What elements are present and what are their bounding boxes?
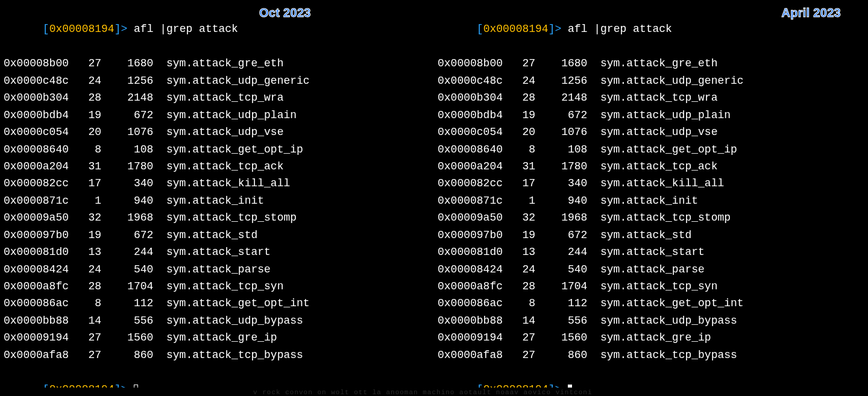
output-row: 0x00009a50321968sym.attack_tcp_stomp: [4, 209, 434, 226]
row-col1: 14: [509, 312, 535, 329]
row-col1: 13: [75, 244, 101, 260]
row-col1: 28: [509, 89, 535, 106]
output-row: 0x0000842424540sym.attack_parse: [4, 261, 434, 278]
row-address: 0x0000b304: [4, 89, 75, 106]
row-col2: 1704: [535, 278, 587, 295]
row-symbol: sym.attack_tcp_bypass: [587, 347, 737, 363]
row-col2: 244: [101, 244, 153, 260]
row-col2: 1076: [101, 124, 153, 140]
row-address: 0x0000afa8: [4, 347, 75, 363]
terminal-split: Oct 2023 [0x00008194]> afl |grep attack …: [0, 0, 868, 396]
row-symbol: sym.attack_tcp_syn: [153, 278, 283, 295]
row-address: 0x0000a8fc: [4, 278, 75, 295]
output-row: 0x0000afa827860sym.attack_tcp_bypass: [438, 347, 868, 363]
row-address: 0x0000bdb4: [438, 107, 509, 124]
prompt-line-idle[interactable]: [0x00008194]>: [4, 363, 434, 396]
row-col2: 1560: [101, 329, 153, 346]
row-col1: 27: [509, 329, 535, 346]
row-col1: 1: [75, 192, 101, 209]
output-row: 0x000086ac8112sym.attack_get_opt_int: [438, 295, 868, 312]
row-col2: 2148: [101, 89, 153, 106]
prompt-open-bracket: [: [43, 23, 49, 35]
row-symbol: sym.attack_udp_plain: [153, 107, 297, 124]
row-symbol: sym.attack_tcp_ack: [587, 158, 717, 175]
terminal-pane-left[interactable]: Oct 2023 [0x00008194]> afl |grep attack …: [0, 0, 434, 396]
row-symbol: sym.attack_get_opt_ip: [587, 141, 737, 158]
row-symbol: sym.attack_get_opt_int: [153, 295, 309, 312]
row-col2: 1704: [101, 278, 153, 295]
cursor-icon: [568, 385, 571, 396]
row-col1: 28: [509, 278, 535, 295]
row-col2: 672: [101, 227, 153, 244]
row-symbol: sym.attack_gre_ip: [587, 329, 711, 346]
row-address: 0x000086ac: [438, 295, 509, 312]
output-rows-right: 0x00008b00271680sym.attack_gre_eth0x0000…: [438, 55, 868, 363]
row-address: 0x00009194: [4, 329, 75, 346]
row-address: 0x00008424: [438, 261, 509, 278]
row-col2: 340: [101, 175, 153, 192]
row-symbol: sym.attack_tcp_wra: [587, 89, 717, 106]
output-row: 0x0000b304282148sym.attack_tcp_wra: [4, 89, 434, 106]
row-symbol: sym.attack_kill_all: [153, 175, 290, 192]
row-symbol: sym.attack_udp_bypass: [587, 312, 737, 329]
row-col1: 17: [509, 175, 535, 192]
row-col1: 27: [509, 55, 535, 72]
row-col2: 672: [535, 227, 587, 244]
prompt-line-idle[interactable]: [0x00008194]>: [438, 363, 868, 396]
row-symbol: sym.attack_gre_eth: [153, 55, 283, 72]
output-row: 0x00009194271560sym.attack_gre_ip: [4, 329, 434, 346]
row-col1: 20: [509, 124, 535, 140]
output-row: 0x0000c054201076sym.attack_udp_vse: [438, 124, 868, 140]
prompt-line: [0x00008194]> afl |grep attack: [438, 4, 868, 55]
row-address: 0x000082cc: [438, 175, 509, 192]
row-address: 0x00008b00: [4, 55, 75, 72]
row-col2: 1780: [101, 158, 153, 175]
output-row: 0x0000871c1940sym.attack_init: [438, 192, 868, 209]
terminal-pane-right[interactable]: April 2023 [0x00008194]> afl |grep attac…: [434, 0, 868, 396]
row-symbol: sym.attack_tcp_bypass: [153, 347, 303, 363]
row-address: 0x0000871c: [4, 192, 75, 209]
output-row: 0x0000bdb419672sym.attack_udp_plain: [438, 107, 868, 124]
row-symbol: sym.attack_udp_generic: [153, 72, 309, 89]
row-address: 0x0000c054: [4, 124, 75, 140]
row-address: 0x000082cc: [4, 175, 75, 192]
output-row: 0x00008b00271680sym.attack_gre_eth: [438, 55, 868, 72]
output-row: 0x00008b00271680sym.attack_gre_eth: [4, 55, 434, 72]
row-col1: 19: [75, 227, 101, 244]
prompt-close-bracket: ]>: [115, 23, 134, 35]
output-row: 0x0000afa827860sym.attack_tcp_bypass: [4, 347, 434, 363]
row-col2: 1680: [101, 55, 153, 72]
prompt-address: 0x00008194: [49, 23, 115, 35]
row-col2: 2148: [535, 89, 587, 106]
row-symbol: sym.attack_parse: [587, 261, 704, 278]
row-col2: 108: [535, 141, 587, 158]
row-col2: 860: [535, 347, 587, 363]
row-address: 0x0000a8fc: [438, 278, 509, 295]
row-address: 0x00008640: [4, 141, 75, 158]
output-row: 0x000086408108sym.attack_get_opt_ip: [438, 141, 868, 158]
output-row: 0x00009a50321968sym.attack_tcp_stomp: [438, 209, 868, 226]
row-col1: 1: [509, 192, 535, 209]
row-address: 0x000097b0: [438, 227, 509, 244]
row-col2: 1256: [101, 72, 153, 89]
row-col1: 28: [75, 89, 101, 106]
row-address: 0x00008640: [438, 141, 509, 158]
row-address: 0x0000b304: [438, 89, 509, 106]
row-symbol: sym.attack_udp_bypass: [153, 312, 303, 329]
cursor-icon: [134, 385, 137, 396]
row-address: 0x0000bb88: [4, 312, 75, 329]
row-col1: 19: [75, 107, 101, 124]
row-symbol: sym.attack_tcp_wra: [153, 89, 283, 106]
row-address: 0x0000afa8: [438, 347, 509, 363]
output-row: 0x0000c054201076sym.attack_udp_vse: [4, 124, 434, 140]
row-symbol: sym.attack_udp_vse: [153, 124, 283, 140]
row-symbol: sym.attack_gre_ip: [153, 329, 277, 346]
row-col2: 340: [535, 175, 587, 192]
row-address: 0x0000bb88: [438, 312, 509, 329]
row-col1: 27: [75, 329, 101, 346]
row-address: 0x00008424: [4, 261, 75, 278]
row-col1: 27: [75, 347, 101, 363]
row-col1: 8: [75, 295, 101, 312]
row-address: 0x0000a204: [438, 158, 509, 175]
row-col1: 19: [509, 227, 535, 244]
